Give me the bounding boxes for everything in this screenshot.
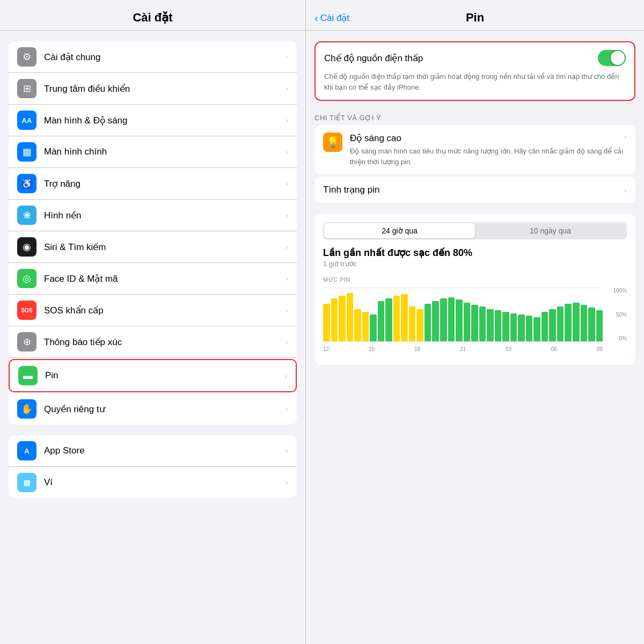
settings-item-thong-bao-tiep-xuc[interactable]: ⊕ Thông báo tiếp xúc › bbox=[9, 326, 297, 358]
bar-33 bbox=[581, 305, 588, 341]
tab-10d[interactable]: 10 ngày qua bbox=[475, 223, 626, 238]
bar-22 bbox=[495, 310, 502, 341]
label-hinh-nen: Hình nền bbox=[44, 210, 286, 221]
bar-6 bbox=[370, 314, 377, 341]
settings-item-man-hinh-do-sang[interactable]: AA Màn hình & Độ sáng › bbox=[9, 105, 297, 136]
label-man-hinh-do-sang: Màn hình & Độ sáng bbox=[44, 115, 286, 126]
settings-group-main: ⚙ Cài đặt chung › ⊞ Trung tâm điều khiển… bbox=[9, 41, 297, 425]
chevron-sos: › bbox=[286, 306, 288, 314]
label-man-hinh-chinh: Màn hình chính bbox=[44, 147, 286, 157]
battery-status-chevron-icon: › bbox=[624, 186, 627, 194]
bar-12 bbox=[416, 309, 423, 341]
battery-detail-panel: ‹ Cài đặt Pin Chế độ nguồn điện thấp Chế… bbox=[306, 0, 644, 644]
icon-sos: SOS bbox=[17, 301, 36, 320]
icon-hinh-nen: ❀ bbox=[17, 206, 36, 225]
x-label-0: 12 bbox=[323, 346, 329, 352]
right-content: Chế độ nguồn điện thấp Chế độ nguồn điện… bbox=[306, 31, 644, 644]
brightness-desc: Độ sáng màn hình cao tiêu thụ mức năng l… bbox=[350, 146, 624, 167]
settings-left-panel: Cài đặt ⚙ Cài đặt chung › ⊞ Trung tâm đi… bbox=[0, 0, 306, 644]
chevron-face-id: › bbox=[286, 274, 288, 283]
low-power-label: Chế độ nguồn điện thấp bbox=[324, 53, 423, 64]
label-face-id: Face ID & Mật mã bbox=[44, 273, 286, 284]
battery-status-label: Tình trạng pin bbox=[323, 184, 379, 195]
low-power-card: Chế độ nguồn điện thấp Chế độ nguồn điện… bbox=[314, 41, 635, 101]
settings-item-face-id[interactable]: ◎ Face ID & Mật mã › bbox=[9, 263, 297, 295]
chevron-hinh-nen: › bbox=[286, 211, 288, 219]
bar-35 bbox=[596, 310, 603, 341]
toggle-knob bbox=[611, 51, 625, 65]
chart-title: Lần gần nhất được sạc đến 80% bbox=[323, 247, 627, 259]
y-label-0: 100% bbox=[605, 288, 627, 294]
bar-34 bbox=[588, 308, 595, 341]
bar-31 bbox=[565, 304, 572, 341]
bar-5 bbox=[362, 312, 369, 341]
tab-24h[interactable]: 24 giờ qua bbox=[324, 223, 475, 238]
bar-20 bbox=[479, 306, 486, 341]
back-button[interactable]: ‹ Cài đặt bbox=[314, 12, 349, 24]
bar-7 bbox=[378, 301, 385, 341]
settings-item-app-store[interactable]: A App Store › bbox=[9, 435, 297, 467]
icon-siri-tim-kiem: ◉ bbox=[17, 237, 36, 257]
back-label: Cài đặt bbox=[320, 12, 349, 24]
low-power-toggle[interactable] bbox=[598, 50, 626, 66]
chevron-man-hinh-do-sang: › bbox=[286, 116, 288, 125]
bar-26 bbox=[526, 316, 533, 341]
back-chevron-icon: ‹ bbox=[314, 12, 318, 24]
bar-13 bbox=[425, 304, 431, 341]
x-label-6: 09 bbox=[597, 346, 603, 352]
icon-thong-bao-tiep-xuc: ⊕ bbox=[17, 332, 36, 352]
label-cai-dat-chung: Cài đặt chung bbox=[44, 52, 286, 63]
label-tro-nang: Trợ năng bbox=[44, 178, 286, 189]
bar-24 bbox=[510, 313, 517, 341]
bar-28 bbox=[541, 312, 548, 341]
brightness-item[interactable]: 💡 Độ sáng cao Độ sáng màn hình cao tiêu … bbox=[314, 125, 635, 174]
section-header-detail: CHI TIẾT VÀ GỢI Ý bbox=[314, 105, 635, 125]
icon-vi: ▤ bbox=[17, 473, 36, 492]
label-sos: SOS khẩn cấp bbox=[44, 305, 286, 316]
chevron-quyen-rieng-tu: › bbox=[286, 405, 288, 413]
settings-item-pin[interactable]: ▬ Pin › bbox=[9, 359, 297, 392]
label-pin: Pin bbox=[45, 370, 284, 381]
chevron-cai-dat-chung: › bbox=[286, 53, 288, 61]
right-panel-title: Pin bbox=[466, 11, 484, 25]
label-trung-tam-dieu-khien: Trung tâm điều khiển bbox=[44, 83, 286, 94]
settings-item-hinh-nen[interactable]: ❀ Hình nền › bbox=[9, 200, 297, 231]
label-siri-tim-kiem: Siri & Tìm kiếm bbox=[44, 241, 286, 253]
bar-14 bbox=[432, 301, 439, 341]
chart-section-label: MỨC PIN bbox=[323, 276, 627, 283]
bar-23 bbox=[502, 312, 509, 341]
battery-chart-card: 24 giờ qua10 ngày qua Lần gần nhất được … bbox=[314, 214, 635, 365]
chevron-pin: › bbox=[284, 371, 287, 380]
brightness-title: Độ sáng cao bbox=[350, 133, 624, 144]
bar-11 bbox=[409, 306, 416, 341]
bar-0 bbox=[323, 304, 330, 341]
settings-item-quyen-rieng-tu[interactable]: ✋ Quyền riêng tư › bbox=[9, 393, 297, 425]
settings-item-cai-dat-chung[interactable]: ⚙ Cài đặt chung › bbox=[9, 41, 297, 73]
settings-item-tro-nang[interactable]: ♿ Trợ năng › bbox=[9, 168, 297, 200]
settings-list-2: A App Store › ▤ Ví › bbox=[9, 435, 297, 498]
bar-29 bbox=[549, 309, 556, 341]
left-header: Cài đặt bbox=[0, 0, 305, 31]
label-app-store: App Store bbox=[44, 445, 286, 456]
brightness-chevron-icon: › bbox=[624, 133, 627, 141]
bar-9 bbox=[393, 296, 400, 341]
settings-item-man-hinh-chinh[interactable]: ▦ Màn hình chính › bbox=[9, 136, 297, 168]
icon-trung-tam-dieu-khien: ⊞ bbox=[17, 79, 36, 98]
settings-item-sos[interactable]: SOS SOS khẩn cấp › bbox=[9, 295, 297, 326]
bar-32 bbox=[573, 303, 580, 341]
chevron-man-hinh-chinh: › bbox=[286, 148, 288, 156]
settings-list-main: ⚙ Cài đặt chung › ⊞ Trung tâm điều khiển… bbox=[9, 41, 297, 425]
settings-item-trung-tam-dieu-khien[interactable]: ⊞ Trung tâm điều khiển › bbox=[9, 73, 297, 105]
label-vi: Ví bbox=[44, 477, 286, 488]
chart-bars-container bbox=[323, 288, 603, 341]
detail-card: 💡 Độ sáng cao Độ sáng màn hình cao tiêu … bbox=[314, 125, 635, 174]
label-thong-bao-tiep-xuc: Thông báo tiếp xúc bbox=[44, 336, 286, 348]
bar-17 bbox=[456, 299, 463, 341]
settings-item-vi[interactable]: ▤ Ví › bbox=[9, 467, 297, 498]
bar-16 bbox=[448, 297, 455, 341]
x-label-5: 06 bbox=[551, 346, 557, 352]
chevron-thong-bao-tiep-xuc: › bbox=[286, 338, 288, 346]
battery-status-item[interactable]: Tình trạng pin › bbox=[314, 177, 635, 203]
settings-item-siri-tim-kiem[interactable]: ◉ Siri & Tìm kiếm › bbox=[9, 231, 297, 263]
chevron-tro-nang: › bbox=[286, 179, 288, 188]
